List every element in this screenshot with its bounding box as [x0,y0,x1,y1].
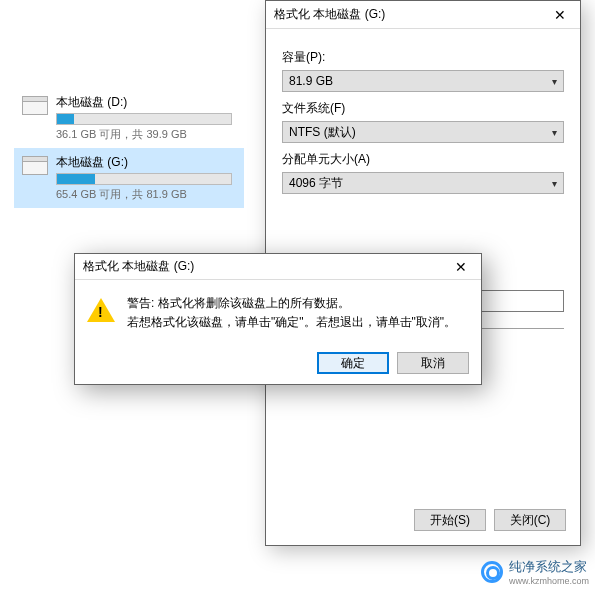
allocation-label: 分配单元大小(A) [282,151,564,168]
capacity-label: 容量(P): [282,49,564,66]
chevron-down-icon: ▾ [552,76,557,87]
drive-capacity-bar [56,173,232,185]
drive-status: 36.1 GB 可用，共 39.9 GB [56,127,236,142]
window-title: 格式化 本地磁盘 (G:) [274,6,540,23]
dialog-message: 警告: 格式化将删除该磁盘上的所有数据。 若想格式化该磁盘，请单击"确定"。若想… [127,294,469,332]
drive-item-g[interactable]: 本地磁盘 (G:) 65.4 GB 可用，共 81.9 GB [14,148,244,208]
ok-button[interactable]: 确定 [317,352,389,374]
dialog-close-button[interactable]: ✕ [441,254,481,279]
close-btn[interactable]: 关闭(C) [494,509,566,531]
logo-icon [481,561,503,583]
chevron-down-icon: ▾ [552,127,557,138]
drive-name: 本地磁盘 (G:) [56,154,236,171]
filesystem-dropdown[interactable]: NTFS (默认) ▾ [282,121,564,143]
close-button[interactable]: ✕ [540,1,580,28]
titlebar[interactable]: 格式化 本地磁盘 (G:) ✕ [266,1,580,29]
drive-item-d[interactable]: 本地磁盘 (D:) 36.1 GB 可用，共 39.9 GB [14,88,244,148]
cancel-button[interactable]: 取消 [397,352,469,374]
warning-icon [87,298,115,322]
drive-capacity-bar [56,113,232,125]
dialog-title: 格式化 本地磁盘 (G:) [83,258,441,275]
dialog-titlebar[interactable]: 格式化 本地磁盘 (G:) ✕ [75,254,481,280]
hdd-icon [22,96,48,116]
start-button[interactable]: 开始(S) [414,509,486,531]
chevron-down-icon: ▾ [552,178,557,189]
watermark: 纯净系统之家 www.kzmhome.com [481,558,589,586]
drive-status: 65.4 GB 可用，共 81.9 GB [56,187,236,202]
allocation-dropdown[interactable]: 4096 字节 ▾ [282,172,564,194]
confirm-dialog: 格式化 本地磁盘 (G:) ✕ 警告: 格式化将删除该磁盘上的所有数据。 若想格… [74,253,482,385]
capacity-dropdown[interactable]: 81.9 GB ▾ [282,70,564,92]
drive-list: 本地磁盘 (D:) 36.1 GB 可用，共 39.9 GB 本地磁盘 (G:)… [14,88,244,208]
filesystem-label: 文件系统(F) [282,100,564,117]
drive-name: 本地磁盘 (D:) [56,94,236,111]
hdd-icon [22,156,48,176]
